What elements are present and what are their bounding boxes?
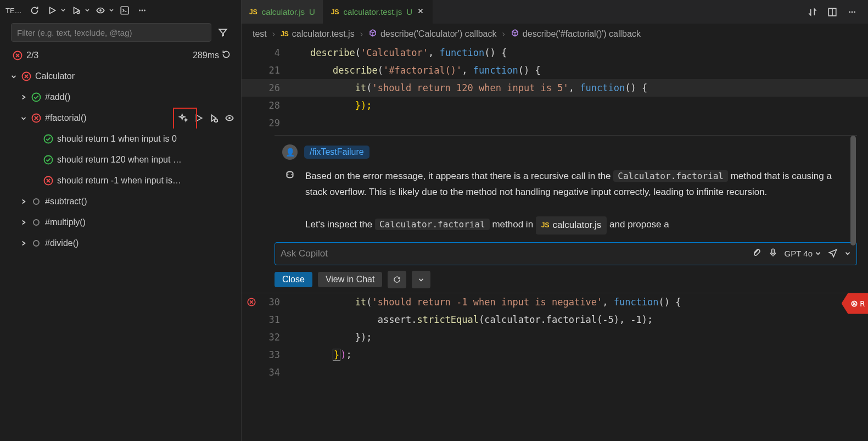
line-number: 31	[261, 311, 288, 328]
send-icon[interactable]	[828, 248, 838, 259]
tree-item-add[interactable]: #add()	[0, 87, 241, 108]
error-icon	[31, 113, 42, 124]
tree-item-calculator[interactable]: Calculator	[0, 66, 241, 87]
terminal-icon[interactable]	[117, 3, 132, 18]
line-number: 28	[261, 97, 288, 114]
breadcrumb-item[interactable]: test	[253, 29, 267, 39]
line-number: 4	[261, 44, 288, 62]
tab-modified: U	[309, 7, 315, 16]
js-icon: JS	[541, 220, 550, 231]
svg-point-5	[144, 10, 145, 10]
svg-point-19	[849, 12, 850, 12]
run-dropdown-icon[interactable]	[60, 3, 66, 18]
pass-fail-count: 2/3	[26, 51, 38, 60]
compare-icon[interactable]	[805, 5, 820, 19]
svg-point-21	[854, 12, 855, 12]
chevron-right-icon[interactable]	[20, 93, 27, 101]
pass-icon	[31, 92, 42, 103]
run-all-icon[interactable]	[45, 3, 59, 18]
run-icon[interactable]	[192, 111, 206, 125]
view-in-chat-button[interactable]: View in Chat	[318, 272, 383, 287]
close-button[interactable]: Close	[275, 272, 312, 287]
svg-point-20	[852, 12, 852, 12]
tree-item-multiply[interactable]: #multiply()	[0, 212, 241, 233]
split-icon[interactable]	[825, 5, 839, 19]
tree-item-factorial[interactable]: #factorial()	[0, 108, 241, 129]
tab-calculator-js[interactable]: JS calculator.js U	[242, 0, 323, 24]
copilot-response: Based on the error message, it appears t…	[305, 169, 857, 235]
inline-code: Calculator.factorial	[613, 170, 728, 182]
error-icon	[43, 175, 54, 186]
idle-icon	[31, 238, 42, 249]
debug-icon[interactable]	[207, 111, 221, 125]
attach-icon[interactable]	[752, 248, 761, 259]
svg-point-1	[100, 10, 101, 11]
tree-label: #subtract()	[45, 197, 237, 206]
line-number: 34	[261, 364, 288, 381]
idle-icon	[31, 217, 42, 228]
svg-point-3	[139, 10, 140, 10]
test-explorer-sidebar: TE…	[0, 0, 242, 441]
idle-icon	[31, 196, 42, 207]
breadcrumb-item[interactable]: describe('#factorial()') callback	[511, 29, 641, 40]
code-editor-bottom[interactable]: 30 it('should return -1 when input is ne…	[242, 293, 868, 381]
show-output-icon[interactable]	[93, 3, 108, 18]
chevron-down-icon[interactable]	[20, 114, 27, 122]
sparkle-icon[interactable]	[176, 111, 191, 125]
line-number: 30	[261, 293, 288, 311]
more-icon[interactable]	[135, 3, 149, 18]
model-selector[interactable]: GPT 4o	[785, 249, 821, 258]
filter-input[interactable]	[11, 23, 211, 42]
svg-point-15	[33, 199, 39, 204]
breadcrumb-item[interactable]: JS calculator.test.js	[281, 29, 355, 39]
tree-item-test[interactable]: should return 1 when input is 0	[0, 129, 241, 149]
chevron-right-icon[interactable]	[20, 239, 27, 247]
file-pill[interactable]: JScalculator.js	[536, 216, 607, 235]
tree-label: #multiply()	[45, 217, 237, 227]
show-dropdown-icon[interactable]	[109, 3, 114, 18]
debug-all-icon[interactable]	[69, 3, 83, 18]
error-icon	[21, 71, 32, 82]
tree-item-subtract[interactable]: #subtract()	[0, 191, 241, 212]
error-gutter-icon[interactable]	[246, 297, 257, 308]
copilot-icon	[282, 169, 298, 235]
send-dropdown-icon[interactable]	[844, 250, 851, 257]
js-icon: JS	[331, 8, 339, 16]
tree-item-divide[interactable]: #divide()	[0, 233, 241, 254]
copilot-input[interactable]	[281, 248, 752, 259]
copilot-actions: Close View in Chat	[275, 271, 857, 288]
breadcrumb-item[interactable]: describe('Calculator') callback	[368, 29, 497, 40]
chevron-down-icon[interactable]	[10, 72, 18, 80]
tree-label: #factorial()	[45, 113, 173, 123]
inline-code: Calculator.factorial	[375, 219, 490, 230]
breadcrumb[interactable]: test › JS calculator.test.js › describe(…	[242, 24, 868, 44]
tree-label: #add()	[45, 92, 237, 102]
test-duration: 289ms	[193, 51, 219, 60]
filter-icon[interactable]	[216, 25, 230, 40]
scrollbar-thumb[interactable]	[850, 136, 856, 245]
rerun-icon[interactable]	[388, 271, 406, 288]
editor-tabs: JS calculator.js U JS calculator.test.js…	[242, 0, 868, 24]
tab-calculator-test-js[interactable]: JS calculator.test.js U	[323, 0, 433, 24]
sidebar-title: TE…	[5, 7, 22, 15]
pass-icon	[43, 154, 54, 165]
slash-command: /fixTestFailure	[304, 146, 369, 159]
tree-item-test[interactable]: should return 120 when input …	[0, 149, 241, 170]
line-number: 32	[261, 328, 288, 346]
code-editor-top[interactable]: 4 describe('Calculator', function() { 21…	[242, 44, 868, 132]
chevron-right-icon[interactable]	[20, 198, 27, 205]
watch-icon[interactable]	[222, 111, 237, 125]
svg-point-0	[77, 11, 80, 14]
debug-dropdown-icon[interactable]	[85, 3, 90, 18]
close-icon[interactable]	[417, 7, 424, 16]
chevron-down-icon[interactable]	[412, 271, 430, 288]
history-icon[interactable]	[221, 49, 231, 62]
mic-icon[interactable]	[768, 248, 778, 259]
chevron-right-icon[interactable]	[20, 219, 27, 226]
more-icon[interactable]	[845, 5, 859, 19]
line-number: 21	[261, 62, 288, 79]
refresh-icon[interactable]	[27, 3, 42, 18]
tree-label: should return -1 when input is…	[57, 176, 237, 186]
tree-item-test[interactable]: should return -1 when input is…	[0, 170, 241, 191]
tree-label: Calculator	[35, 71, 237, 81]
